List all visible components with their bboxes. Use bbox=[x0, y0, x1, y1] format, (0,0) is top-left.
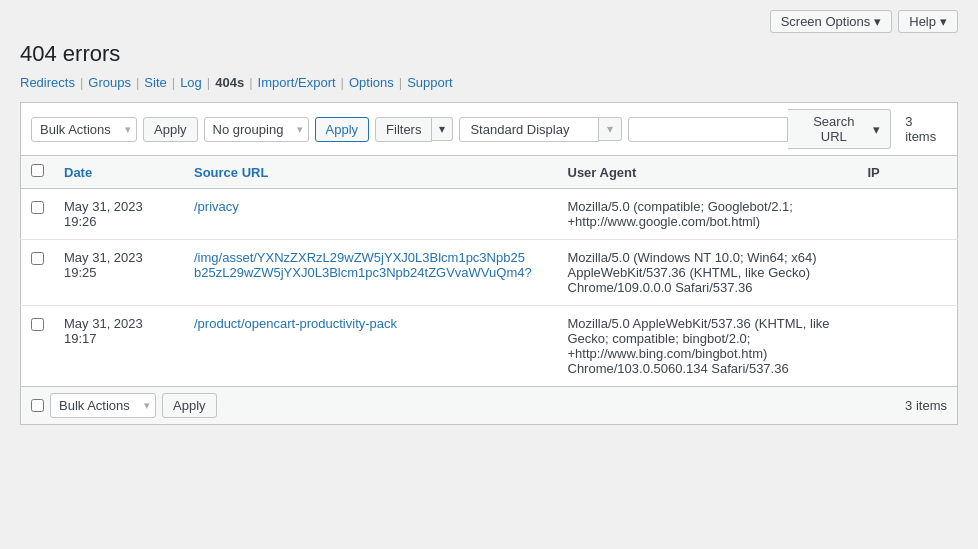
bulk-actions-select[interactable]: Bulk Actions bbox=[31, 117, 137, 142]
col-check-header bbox=[21, 156, 55, 189]
filters-button[interactable]: Filters bbox=[375, 117, 432, 142]
table-row: May 31, 2023 19:17 /product/opencart-pro… bbox=[21, 306, 958, 387]
date-col-label: Date bbox=[64, 165, 92, 180]
search-url-label: Search URL bbox=[798, 114, 869, 144]
row-ip-cell bbox=[858, 306, 958, 387]
row-source-url-cell: /privacy bbox=[184, 189, 558, 240]
grouping-apply-button[interactable]: Apply bbox=[315, 117, 370, 142]
screen-options-button[interactable]: Screen Options ▾ bbox=[770, 10, 893, 33]
grouping-select[interactable]: No grouping bbox=[204, 117, 309, 142]
table-row: May 31, 2023 19:26 /privacy Mozilla/5.0 … bbox=[21, 189, 958, 240]
table-footer-row: Bulk Actions ▾ Apply 3 items bbox=[21, 387, 958, 425]
row-check-cell bbox=[21, 240, 55, 306]
nav-support[interactable]: Support bbox=[407, 75, 453, 90]
row-checkbox[interactable] bbox=[31, 318, 44, 331]
row-user-agent-cell: Mozilla/5.0 (Windows NT 10.0; Win64; x64… bbox=[558, 240, 858, 306]
source-url-link[interactable]: /img/asset/YXNzZXRzL29wZW5jYXJ0L3Blcm1pc… bbox=[194, 250, 532, 280]
date-line2: 19:17 bbox=[64, 331, 97, 346]
row-date-cell: May 31, 2023 19:26 bbox=[54, 189, 184, 240]
nav-options[interactable]: Options bbox=[349, 75, 394, 90]
user-agent-col-label: User Agent bbox=[568, 165, 637, 180]
nav-sep: | bbox=[136, 75, 139, 90]
date-line2: 19:26 bbox=[64, 214, 97, 229]
date-line1: May 31, 2023 bbox=[64, 316, 143, 331]
display-select[interactable]: Standard Display bbox=[459, 117, 599, 142]
user-agent-text: Mozilla/5.0 (Windows NT 10.0; Win64; x64… bbox=[568, 250, 817, 295]
source-url-col-label: Source URL bbox=[194, 165, 268, 180]
nav-groups[interactable]: Groups bbox=[88, 75, 131, 90]
row-user-agent-cell: Mozilla/5.0 (compatible; Googlebot/2.1; … bbox=[558, 189, 858, 240]
toolbar-right: Standard Display ▾ Search URL ▾ 3 items bbox=[459, 109, 947, 149]
table-footer-cell: Bulk Actions ▾ Apply 3 items bbox=[21, 387, 958, 425]
row-checkbox[interactable] bbox=[31, 201, 44, 214]
row-ip-cell bbox=[858, 189, 958, 240]
select-all-checkbox[interactable] bbox=[31, 164, 44, 177]
row-checkbox[interactable] bbox=[31, 252, 44, 265]
user-agent-text: Mozilla/5.0 AppleWebKit/537.36 (KHTML, l… bbox=[568, 316, 830, 376]
filters-wrapper: Filters ▾ bbox=[375, 117, 453, 142]
user-agent-text: Mozilla/5.0 (compatible; Googlebot/2.1; … bbox=[568, 199, 793, 229]
col-date-header: Date bbox=[54, 156, 184, 189]
ip-col-label: IP bbox=[868, 165, 880, 180]
nav-sep: | bbox=[341, 75, 344, 90]
search-input[interactable] bbox=[628, 117, 788, 142]
grouping-wrapper: No grouping ▾ bbox=[204, 117, 309, 142]
source-url-link[interactable]: /product/opencart-productivity-pack bbox=[194, 316, 397, 331]
footer-items-count: 3 items bbox=[905, 398, 947, 413]
page-title: 404 errors bbox=[20, 41, 958, 67]
row-check-cell bbox=[21, 189, 55, 240]
nav-sep: | bbox=[172, 75, 175, 90]
row-source-url-cell: /product/opencart-productivity-pack bbox=[184, 306, 558, 387]
nav-links: Redirects | Groups | Site | Log | 404s |… bbox=[20, 75, 958, 90]
display-dropdown: Standard Display ▾ bbox=[459, 117, 622, 142]
nav-sep: | bbox=[249, 75, 252, 90]
col-ip-header: IP bbox=[858, 156, 958, 189]
errors-table: Date Source URL User Agent IP bbox=[20, 155, 958, 425]
date-line1: May 31, 2023 bbox=[64, 250, 143, 265]
chevron-down-icon: ▾ bbox=[874, 14, 881, 29]
nav-sep: | bbox=[207, 75, 210, 90]
nav-log[interactable]: Log bbox=[180, 75, 202, 90]
help-label: Help bbox=[909, 14, 936, 29]
footer-bulk-actions-select[interactable]: Bulk Actions bbox=[50, 393, 156, 418]
nav-sep: | bbox=[80, 75, 83, 90]
top-toolbar: Bulk Actions ▾ Apply No grouping ▾ Apply… bbox=[20, 102, 958, 155]
nav-404s[interactable]: 404s bbox=[215, 75, 244, 90]
help-button[interactable]: Help ▾ bbox=[898, 10, 958, 33]
row-source-url-cell: /img/asset/YXNzZXRzL29wZW5jYXJ0L3Blcm1pc… bbox=[184, 240, 558, 306]
items-count-top: 3 items bbox=[905, 114, 947, 144]
table-row: May 31, 2023 19:25 /img/asset/YXNzZXRzL2… bbox=[21, 240, 958, 306]
col-source-url-header: Source URL bbox=[184, 156, 558, 189]
chevron-down-icon: ▾ bbox=[873, 122, 880, 137]
row-date-cell: May 31, 2023 19:17 bbox=[54, 306, 184, 387]
display-chevron-button[interactable]: ▾ bbox=[599, 117, 622, 141]
bulk-actions-apply-button[interactable]: Apply bbox=[143, 117, 198, 142]
nav-import-export[interactable]: Import/Export bbox=[258, 75, 336, 90]
search-url-wrapper: Search URL ▾ bbox=[628, 109, 891, 149]
nav-site[interactable]: Site bbox=[144, 75, 166, 90]
date-line2: 19:25 bbox=[64, 265, 97, 280]
date-line1: May 31, 2023 bbox=[64, 199, 143, 214]
row-date-cell: May 31, 2023 19:25 bbox=[54, 240, 184, 306]
row-ip-cell bbox=[858, 240, 958, 306]
nav-sep: | bbox=[399, 75, 402, 90]
footer-apply-button[interactable]: Apply bbox=[162, 393, 217, 418]
table-header-row: Date Source URL User Agent IP bbox=[21, 156, 958, 189]
row-user-agent-cell: Mozilla/5.0 AppleWebKit/537.36 (KHTML, l… bbox=[558, 306, 858, 387]
chevron-down-icon: ▾ bbox=[940, 14, 947, 29]
filters-chevron-button[interactable]: ▾ bbox=[432, 117, 453, 141]
footer-select-all-checkbox[interactable] bbox=[31, 399, 44, 412]
nav-redirects[interactable]: Redirects bbox=[20, 75, 75, 90]
col-user-agent-header: User Agent bbox=[558, 156, 858, 189]
row-check-cell bbox=[21, 306, 55, 387]
search-url-button[interactable]: Search URL ▾ bbox=[788, 109, 891, 149]
screen-options-label: Screen Options bbox=[781, 14, 871, 29]
bulk-actions-wrapper: Bulk Actions ▾ bbox=[31, 117, 137, 142]
source-url-link[interactable]: /privacy bbox=[194, 199, 239, 214]
footer-bulk-actions-wrapper: Bulk Actions ▾ bbox=[50, 393, 156, 418]
